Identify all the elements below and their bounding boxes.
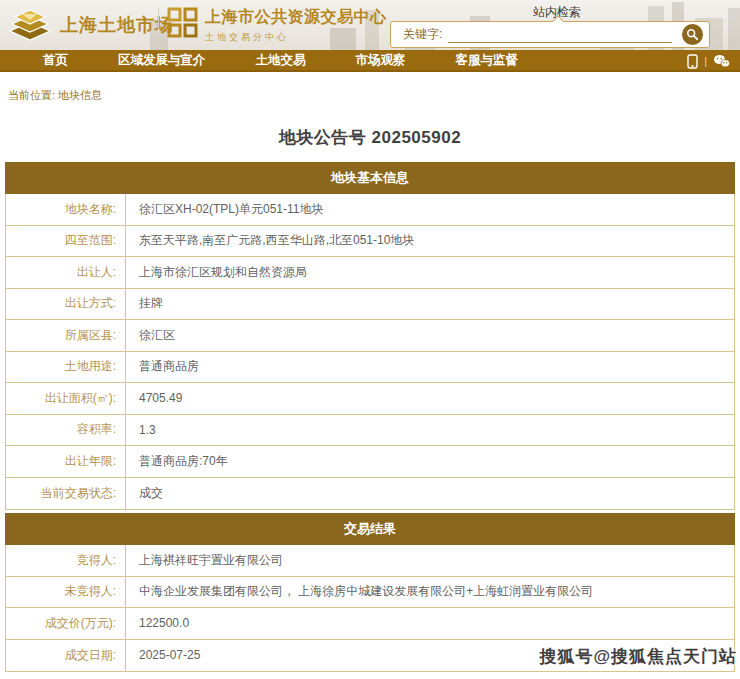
- logo-public-resource-center[interactable]: 上海市公共资源交易中心 土地交易分中心: [167, 7, 387, 44]
- table-row: 地块名称: 徐汇区XH-02(TPL)单元051-11地块: [6, 194, 734, 226]
- table-row: 出让人: 上海市徐汇区规划和自然资源局: [6, 257, 734, 289]
- row-value: 122500.0: [126, 608, 734, 639]
- row-label: 出让人:: [6, 257, 126, 288]
- skyline-building: [728, 8, 740, 50]
- page-title: 地块公告号 202505902: [0, 126, 740, 149]
- row-label: 成交日期:: [6, 640, 126, 672]
- table-row: 四至范围: 东至天平路,南至广元路,西至华山路,北至051-10地块: [6, 226, 734, 258]
- row-label: 当前交易状态:: [6, 478, 126, 510]
- logo-primary-title: 上海土地市场: [60, 13, 174, 37]
- search-input[interactable]: [448, 27, 672, 43]
- table-row: 出让方式: 挂牌: [6, 289, 734, 321]
- row-label: 所属区县:: [6, 320, 126, 351]
- logo-secondary-subtitle: 土地交易分中心: [205, 31, 387, 44]
- nav-icon-divider: |: [704, 55, 707, 67]
- exchange-center-logo-icon: [167, 7, 199, 41]
- nav-item-region-dev[interactable]: 区域发展与宣介: [93, 52, 231, 69]
- table-row: 出让面积(㎡): 4705.49: [6, 383, 734, 415]
- row-label: 竞得人:: [6, 545, 126, 576]
- logo-divider: [158, 8, 159, 42]
- row-label: 四至范围:: [6, 226, 126, 257]
- search-button[interactable]: [682, 24, 703, 45]
- row-value: 成交: [126, 478, 734, 510]
- search-icon: [686, 28, 699, 41]
- row-value: 徐汇区XH-02(TPL)单元051-11地块: [126, 194, 734, 225]
- row-value: 1.3: [126, 415, 734, 446]
- row-value: 上海祺祥旺宇置业有限公司: [126, 545, 734, 576]
- table-row: 土地用途: 普通商品房: [6, 352, 734, 384]
- nav-item-service[interactable]: 客服与监督: [431, 52, 544, 69]
- table-row: 出让年限: 普通商品房:70年: [6, 446, 734, 478]
- nav-item-market-view[interactable]: 市场观察: [331, 52, 431, 69]
- row-label: 出让方式:: [6, 289, 126, 320]
- site-header: 上海土地市场 上海市公共资源交易中心 土地交易分中心 站内检索 关键字:: [0, 0, 740, 50]
- basic-info-table: 地块名称: 徐汇区XH-02(TPL)单元051-11地块 四至范围: 东至天平…: [5, 194, 735, 510]
- wechat-icon[interactable]: [713, 54, 730, 68]
- row-label: 土地用途:: [6, 352, 126, 383]
- row-label: 成交价(万元):: [6, 608, 126, 639]
- row-label: 未竞得人:: [6, 577, 126, 608]
- site-search-box: 关键字:: [390, 21, 710, 48]
- row-value: 中海企业发展集团有限公司， 上海徐房中城建设发展有限公司+上海虹润置业有限公司: [126, 577, 734, 608]
- parcel-info-tables: 地块基本信息 地块名称: 徐汇区XH-02(TPL)单元051-11地块 四至范…: [5, 162, 735, 672]
- section-header-trade-result: 交易结果: [5, 513, 735, 545]
- row-value: 普通商品房:70年: [126, 446, 734, 477]
- table-row: 成交价(万元): 122500.0: [6, 608, 734, 640]
- breadcrumb: 当前位置: 地块信息: [8, 88, 740, 103]
- row-value: 挂牌: [126, 289, 734, 320]
- row-value: 上海市徐汇区规划和自然资源局: [126, 257, 734, 288]
- row-label: 地块名称:: [6, 194, 126, 225]
- sohu-watermark: 搜狐号@搜狐焦点天门站: [539, 645, 737, 668]
- table-row: 未竞得人: 中海企业发展集团有限公司， 上海徐房中城建设发展有限公司+上海虹润置…: [6, 577, 734, 609]
- row-label: 容积率:: [6, 415, 126, 446]
- row-label: 出让年限:: [6, 446, 126, 477]
- nav-item-land-trade[interactable]: 土地交易: [231, 52, 331, 69]
- table-row: 所属区县: 徐汇区: [6, 320, 734, 352]
- row-label: 出让面积(㎡):: [6, 383, 126, 414]
- row-value: 普通商品房: [126, 352, 734, 383]
- row-value: 东至天平路,南至广元路,西至华山路,北至051-10地块: [126, 226, 734, 257]
- table-row: 容积率: 1.3: [6, 415, 734, 447]
- section-header-basic-info: 地块基本信息: [5, 162, 735, 194]
- mobile-icon[interactable]: [687, 54, 698, 69]
- land-market-logo-icon: [6, 5, 52, 45]
- table-row: 竞得人: 上海祺祥旺宇置业有限公司: [6, 545, 734, 577]
- nav-item-home[interactable]: 首页: [18, 52, 93, 69]
- row-value: 徐汇区: [126, 320, 734, 351]
- table-row: 当前交易状态: 成交: [6, 478, 734, 510]
- logo-secondary-title: 上海市公共资源交易中心: [205, 7, 387, 28]
- logo-shanghai-land-market[interactable]: 上海土地市场: [6, 5, 174, 45]
- main-nav: 首页 区域发展与宣介 土地交易 市场观察 客服与监督 |: [0, 50, 740, 72]
- keyword-label: 关键字:: [403, 26, 442, 43]
- row-value: 4705.49: [126, 383, 734, 414]
